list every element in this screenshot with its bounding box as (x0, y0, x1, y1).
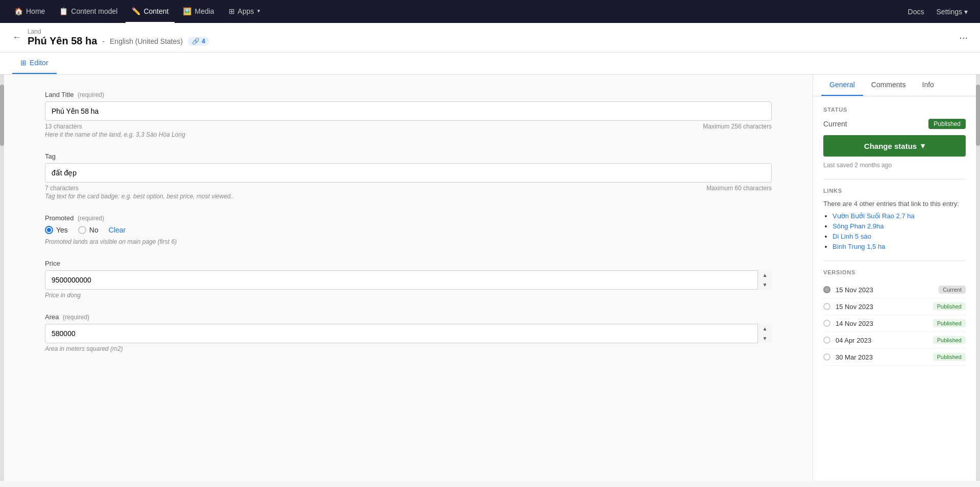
right-scrollbar[interactable] (976, 74, 980, 481)
price-hint: Price in dong (45, 292, 772, 299)
current-label: Current (823, 120, 847, 128)
content-icon: ✏️ (132, 7, 140, 15)
promoted-hint: Promoted lands ara visible on main page … (45, 238, 772, 245)
link-count: 4 (202, 38, 205, 45)
more-button[interactable]: ··· (959, 32, 968, 43)
link-item-4[interactable]: Bình Trung 1,5 ha (832, 243, 885, 250)
area-input[interactable] (45, 324, 772, 343)
right-panel-content: STATUS Current Published Change status ▾… (813, 96, 976, 481)
right-scrollbar-thumb[interactable] (976, 85, 980, 146)
versions-section: VERSIONS 15 Nov 2023 Current 15 Nov 2023… (823, 269, 966, 366)
nav-media[interactable]: 🖼️ Media (177, 0, 220, 23)
list-item: Vườn Bưởi Suối Rao 2.7 ha (832, 212, 966, 220)
version-badge-0: Current (939, 286, 966, 294)
version-row-1: 15 Nov 2023 Published (823, 298, 966, 315)
version-radio-1[interactable] (823, 303, 830, 310)
back-button[interactable]: ← (12, 32, 21, 43)
price-spin-up[interactable]: ▲ (758, 270, 772, 280)
link-item-3[interactable]: Di Linh 5 sào (832, 233, 871, 240)
promoted-no-circle (78, 226, 86, 234)
area-hint: Area in meters squared (m2) (45, 345, 772, 352)
area-spin-down[interactable]: ▼ (758, 334, 772, 343)
link-item-2[interactable]: Sông Phan 2,9ha (832, 222, 884, 230)
version-row-4: 30 Mar 2023 Published (823, 349, 966, 366)
links-section-title: LINKS (823, 188, 966, 194)
page-title: Phú Yên 58 ha (28, 35, 97, 47)
editor-tabs: ⊞ Editor (0, 53, 980, 74)
editor-tab-icon: ⊞ (20, 59, 27, 67)
media-icon: 🖼️ (183, 7, 191, 15)
land-title-input[interactable] (45, 101, 772, 121)
link-count-badge[interactable]: 🔗 4 (188, 37, 209, 46)
promoted-field: Promoted (required) Yes No Clear Promote… (45, 214, 772, 245)
nav-content-model[interactable]: 📋 Content model (53, 0, 124, 23)
tab-general[interactable]: General (821, 74, 863, 96)
change-status-button[interactable]: Change status ▾ (823, 135, 966, 157)
promoted-no-radio[interactable]: No (78, 226, 99, 234)
language-separator: - (102, 37, 105, 45)
promoted-clear-link[interactable]: Clear (109, 226, 126, 234)
nav-apps[interactable]: ⊞ Apps ▾ (223, 0, 266, 23)
price-field: Price ▲ ▼ Price in dong (45, 260, 772, 299)
tag-field: Tag 7 characters Maximum 60 characters T… (45, 152, 772, 200)
price-spin-down[interactable]: ▼ (758, 280, 772, 290)
version-date-0: 15 Nov 2023 (836, 286, 934, 294)
top-navigation: 🏠 Home 📋 Content model ✏️ Content 🖼️ Med… (0, 0, 980, 23)
area-field: Area (required) ▲ ▼ Area in meters squar… (45, 313, 772, 352)
tag-chars: 7 characters (45, 185, 79, 192)
land-title-hint: Here it the name of the land, e.g. 3,3 S… (45, 131, 772, 138)
land-title-field: Land Title (required) 13 characters Maxi… (45, 91, 772, 138)
tab-editor[interactable]: ⊞ Editor (12, 53, 57, 74)
version-radio-2[interactable] (823, 320, 830, 327)
version-badge-3: Published (933, 336, 966, 344)
version-date-1: 15 Nov 2023 (836, 303, 928, 311)
status-row: Current Published (823, 119, 966, 129)
status-section-title: STATUS (823, 107, 966, 113)
version-badge-4: Published (933, 353, 966, 361)
topnav-right: Docs Settings ▾ (904, 8, 972, 16)
left-scrollbar[interactable] (0, 74, 4, 481)
version-radio-0[interactable] (823, 286, 830, 293)
version-radio-4[interactable] (823, 353, 830, 361)
breadcrumb-parent: Land (28, 28, 209, 35)
tab-info[interactable]: Info (914, 74, 942, 96)
link-item-1[interactable]: Vườn Bưởi Suối Rao 2.7 ha (832, 212, 915, 220)
apps-dropdown-icon: ▾ (257, 8, 260, 14)
language-label: English (United States) (110, 37, 183, 45)
promoted-radio-group: Yes No Clear (45, 226, 772, 234)
version-badge-1: Published (933, 302, 966, 311)
tag-input[interactable] (45, 163, 772, 183)
versions-section-title: VERSIONS (823, 269, 966, 275)
list-item: Bình Trung 1,5 ha (832, 242, 966, 250)
promoted-yes-radio[interactable]: Yes (45, 226, 68, 234)
land-title-label: Land Title (45, 91, 74, 98)
area-spin-up[interactable]: ▲ (758, 324, 772, 334)
links-description: There are 4 other entries that link to t… (823, 200, 966, 208)
settings-link[interactable]: Settings ▾ (933, 8, 972, 16)
promoted-yes-circle (45, 226, 53, 234)
version-radio-3[interactable] (823, 337, 830, 344)
link-icon: 🔗 (192, 38, 200, 45)
promoted-no-label: No (89, 226, 99, 234)
tab-comments[interactable]: Comments (863, 74, 914, 96)
docs-link[interactable]: Docs (904, 8, 928, 16)
content-area: Land Title (required) 13 characters Maxi… (4, 74, 813, 481)
right-panel: General Comments Info STATUS Current Pub… (813, 74, 976, 481)
list-item: Sông Phan 2,9ha (832, 222, 966, 230)
land-title-required: (required) (78, 91, 104, 98)
home-icon: 🏠 (14, 7, 23, 15)
promoted-yes-label: Yes (56, 226, 68, 234)
area-spin: ▲ ▼ (757, 324, 772, 343)
left-scrollbar-thumb[interactable] (0, 85, 4, 146)
last-saved-text: Last saved 2 months ago (823, 162, 966, 169)
version-row-2: 14 Nov 2023 Published (823, 315, 966, 332)
version-row-3: 04 Apr 2023 Published (823, 332, 966, 349)
nav-home[interactable]: 🏠 Home (8, 0, 51, 23)
land-title-chars: 13 characters (45, 123, 82, 130)
apps-icon: ⊞ (229, 7, 235, 15)
price-input[interactable] (45, 270, 772, 290)
breadcrumb: Land Phú Yên 58 ha - English (United Sta… (28, 28, 209, 47)
nav-content[interactable]: ✏️ Content (126, 0, 175, 23)
links-list: Vườn Bưởi Suối Rao 2.7 ha Sông Phan 2,9h… (823, 212, 966, 250)
change-status-chevron: ▾ (921, 141, 925, 150)
